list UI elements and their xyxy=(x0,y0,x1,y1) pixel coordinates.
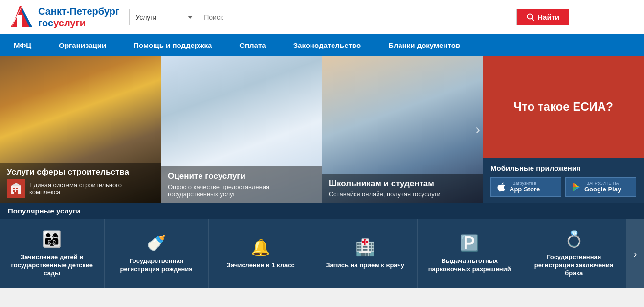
popular-services-label: Популярные услуги xyxy=(8,207,80,215)
card-students[interactable]: Школьникам и студентам Оставайся онлайн,… xyxy=(322,56,483,203)
svg-rect-6 xyxy=(18,16,22,27)
svg-marker-15 xyxy=(11,183,21,186)
service-icon-school: 🔔 xyxy=(251,238,270,257)
esia-block[interactable]: Что такое ЕСИА? xyxy=(483,56,644,158)
service-name-doctor: Запись на прием к врачу xyxy=(326,261,404,270)
google-play-icon xyxy=(572,182,581,192)
service-item-parking[interactable]: 🅿️ Выдача льготных парковочных разрешени… xyxy=(418,219,522,288)
service-item-school[interactable]: 🔔 Зачисление в 1 класс xyxy=(209,219,313,288)
card-construction-title: Услуги сферы строительства xyxy=(7,167,154,177)
logo-city: Санкт-Петербург xyxy=(38,5,119,17)
mobile-apps-title: Мобильные приложения xyxy=(490,164,636,172)
search-input[interactable] xyxy=(198,9,517,25)
nav-item-payment[interactable]: Оплата xyxy=(225,34,279,56)
logo-gosuslugi: госуслуги xyxy=(38,17,119,29)
service-item-birth[interactable]: 🍼 Государственная регистрация рождения xyxy=(105,219,209,288)
service-item-marriage[interactable]: 💍 Государственная регистрация заключения… xyxy=(522,219,627,288)
services-next-arrow[interactable]: › xyxy=(626,219,644,288)
service-name-marriage: Государственная регистрация заключения б… xyxy=(527,253,622,278)
nav-item-documents[interactable]: Бланки документов xyxy=(375,34,474,56)
service-name-kindergarten: Зачисление детей в государственные детск… xyxy=(5,253,99,278)
svg-rect-14 xyxy=(14,192,18,194)
svg-rect-12 xyxy=(13,190,15,192)
app-store-sub: Загрузите в xyxy=(510,181,540,186)
google-play-text: ЗАГРУЗИТЕ НА Google Play xyxy=(584,181,621,193)
logo-text: Санкт-Петербург госуслуги xyxy=(38,5,119,29)
search-area: Услуги Найти xyxy=(129,9,569,25)
service-item-kindergarten[interactable]: 👨‍👩‍👧 Зачисление детей в государственные… xyxy=(0,219,105,288)
popular-services-header: Популярные услуги xyxy=(0,203,644,219)
card-construction[interactable]: Услуги сферы строительства Единая систем… xyxy=(0,56,161,203)
nav-item-mfc[interactable]: МФЦ xyxy=(0,34,45,56)
google-play-button[interactable]: ЗАГРУЗИТЕ НА Google Play xyxy=(565,177,636,197)
nav-item-organizations[interactable]: Организации xyxy=(45,34,120,56)
services-section: Популярные услуги 👨‍👩‍👧 Зачисление детей… xyxy=(0,203,644,288)
service-name-birth: Государственная регистрация рождения xyxy=(110,257,204,274)
app-store-name: App Store xyxy=(510,186,540,193)
apple-icon xyxy=(497,182,507,192)
card-evaluate-title: Оцените госуслуги xyxy=(168,171,315,181)
building-svg xyxy=(9,182,23,195)
service-icon-marriage: 💍 xyxy=(564,230,584,248)
logo-icon xyxy=(10,5,33,29)
svg-rect-13 xyxy=(16,190,18,192)
card-evaluate[interactable]: Оцените госуслуги Опрос о качестве предо… xyxy=(161,56,322,203)
card-evaluate-subtitle: Опрос о качестве предоставления государс… xyxy=(168,183,315,198)
service-item-doctor[interactable]: 🏥 Запись на прием к врачу xyxy=(313,219,418,288)
search-category-select[interactable]: Услуги xyxy=(129,9,198,25)
hero-next-arrow[interactable]: › xyxy=(475,121,480,138)
google-play-name: Google Play xyxy=(584,186,621,193)
app-store-text: Загрузите в App Store xyxy=(510,181,540,193)
svg-point-7 xyxy=(528,14,533,19)
card-students-overlay: Школьникам и студентам Оставайся онлайн,… xyxy=(322,174,483,203)
svg-rect-11 xyxy=(16,188,18,189)
card-students-subtitle: Оставайся онлайн, получая госуслуги xyxy=(329,190,476,198)
nav-item-support[interactable]: Помощь и поддержка xyxy=(120,34,225,56)
service-icon-birth: 🍼 xyxy=(147,234,166,252)
app-store-button[interactable]: Загрузите в App Store xyxy=(490,177,561,197)
service-icon-doctor: 🏥 xyxy=(355,238,375,257)
service-icon-parking: 🅿️ xyxy=(460,234,479,252)
right-panel: Что такое ЕСИА? Мобильные приложения Заг… xyxy=(483,56,644,203)
card-students-title: Школьникам и студентам xyxy=(329,179,476,189)
search-button[interactable]: Найти xyxy=(517,9,569,25)
card-construction-icon-area: Единая система строительного комплекса xyxy=(7,179,154,198)
building-icon xyxy=(7,179,25,198)
service-name-parking: Выдача льготных парковочных разрешений xyxy=(422,257,517,274)
card-construction-overlay: Услуги сферы строительства Единая систем… xyxy=(0,163,161,203)
service-name-school: Зачисление в 1 класс xyxy=(227,261,295,270)
logo-gos: гос xyxy=(38,18,53,28)
service-icon-kindergarten: 👨‍👩‍👧 xyxy=(42,230,62,248)
search-icon xyxy=(527,13,534,21)
svg-line-8 xyxy=(532,18,534,21)
logo-area[interactable]: Санкт-Петербург госуслуги xyxy=(10,5,119,29)
card-evaluate-overlay: Оцените госуслуги Опрос о качестве предо… xyxy=(161,166,322,203)
nav-item-legislation[interactable]: Законодательство xyxy=(280,34,375,56)
mobile-apps-block: Мобильные приложения Загрузите в App Sto… xyxy=(483,158,644,203)
header: Санкт-Петербург госуслуги Услуги Найти xyxy=(0,0,644,34)
app-buttons: Загрузите в App Store ЗАГРУЗИТЕ НА Googl… xyxy=(490,177,636,197)
card-construction-subtitle: Единая система строительного комплекса xyxy=(29,181,154,196)
svg-rect-10 xyxy=(13,188,15,189)
google-play-sub: ЗАГРУЗИТЕ НА xyxy=(584,181,621,186)
hero-section: Услуги сферы строительства Единая систем… xyxy=(0,56,644,203)
nav-bar: МФЦ Организации Помощь и поддержка Оплат… xyxy=(0,34,644,56)
esia-title: Что такое ЕСИА? xyxy=(504,90,623,123)
services-grid: 👨‍👩‍👧 Зачисление детей в государственные… xyxy=(0,219,644,288)
logo-uslugi: услуги xyxy=(53,18,86,28)
